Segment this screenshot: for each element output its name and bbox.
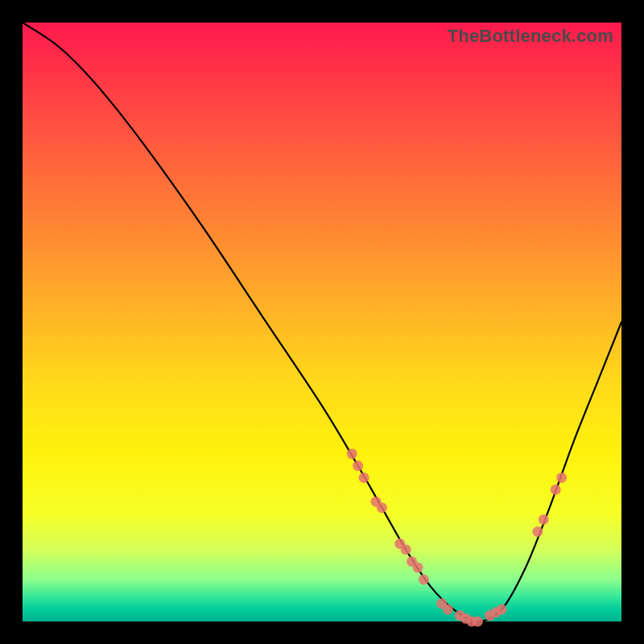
chart-svg bbox=[23, 23, 621, 621]
data-point bbox=[413, 563, 423, 573]
data-point bbox=[359, 473, 369, 483]
data-point bbox=[443, 605, 453, 615]
data-point bbox=[401, 544, 411, 555]
data-point bbox=[551, 485, 561, 495]
data-point bbox=[347, 448, 357, 459]
data-point bbox=[532, 526, 543, 537]
data-point bbox=[473, 617, 483, 627]
data-point bbox=[419, 574, 429, 584]
chart-plot-area: TheBottleneck.com bbox=[23, 23, 621, 621]
data-point bbox=[539, 514, 549, 525]
data-point bbox=[353, 460, 363, 471]
data-point bbox=[377, 502, 387, 513]
data-markers bbox=[347, 448, 567, 626]
data-point bbox=[556, 473, 567, 483]
bottleneck-curve bbox=[23, 23, 621, 621]
data-point bbox=[497, 605, 507, 615]
